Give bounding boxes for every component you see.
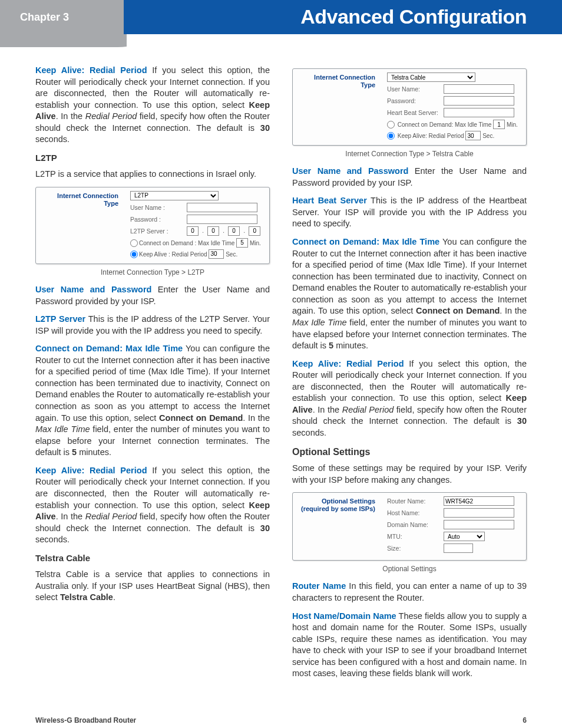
header-curve xyxy=(0,34,127,52)
footer-product: Wireless-G Broadband Router xyxy=(35,716,136,725)
shot-left-label: Optional Settings (required by some ISPs… xyxy=(293,493,381,560)
para-cod-1: Connect on Demand: Max Idle Time You can… xyxy=(35,343,270,459)
para-optional-intro: Some of these settings may be required b… xyxy=(292,463,527,486)
password-input[interactable] xyxy=(187,215,257,224)
screenshot-telstra: Internet Connection Type Telstra Cable U… xyxy=(292,68,527,146)
cod-input[interactable] xyxy=(236,238,248,248)
host-name-input[interactable] xyxy=(444,508,514,518)
caption-telstra: Internet Connection Type > Telstra Cable xyxy=(292,149,527,159)
page-footer: Wireless-G Broadband Router 6 xyxy=(0,704,562,728)
caption-l2tp: Internet Connection Type > L2TP xyxy=(35,268,270,277)
ka-radio[interactable] xyxy=(130,251,138,258)
mtu-select[interactable]: Auto xyxy=(444,532,485,541)
ka-radio[interactable] xyxy=(387,132,395,140)
cod-radio[interactable] xyxy=(130,239,138,247)
para-keep-alive-3: Keep Alive: Redial Period If you select … xyxy=(292,358,527,439)
conn-type-select[interactable]: Telstra Cable xyxy=(387,73,475,82)
ka-input[interactable] xyxy=(209,249,224,259)
lead: Keep Alive: Redial Period xyxy=(35,65,147,75)
caption-optional: Optional Settings xyxy=(292,564,527,574)
chapter-label: Chapter 3 xyxy=(20,10,69,24)
para-keep-alive-2: Keep Alive: Redial Period If you select … xyxy=(35,465,270,546)
shot-left-label: Internet Connection Type xyxy=(293,69,381,145)
ip-octet-3[interactable] xyxy=(228,226,240,236)
para-hbs: Heart Beat Server This is the IP address… xyxy=(292,195,527,230)
heading-optional: Optional Settings xyxy=(292,446,527,459)
heading-l2tp: L2TP xyxy=(35,152,270,164)
heading-telstra: Telstra Cable xyxy=(35,552,270,564)
hbs-input[interactable] xyxy=(444,108,514,117)
para-telstra-intro: Telstra Cable is a service that applies … xyxy=(35,569,270,604)
router-name-input[interactable] xyxy=(444,496,514,506)
para-userpass-2: User Name and Password Enter the User Na… xyxy=(292,166,527,189)
page-header: Chapter 3 Advanced Configuration xyxy=(0,0,562,34)
size-input[interactable] xyxy=(444,543,473,553)
left-column: Keep Alive: Redial Period If you select … xyxy=(35,65,270,686)
para-cod-2: Connect on Demand: Max Idle Time You can… xyxy=(292,236,527,352)
para-keep-alive-1: Keep Alive: Redial Period If you select … xyxy=(35,65,270,146)
ip-octet-4[interactable] xyxy=(249,226,260,236)
para-host-domain: Host Name/Domain Name These fields allow… xyxy=(292,611,527,680)
password-input[interactable] xyxy=(444,96,514,106)
para-l2tp-intro: L2TP is a service that applies to connec… xyxy=(35,169,270,180)
screenshot-optional: Optional Settings (required by some ISPs… xyxy=(292,492,527,561)
cod-radio[interactable] xyxy=(387,121,395,129)
page-title: Advanced Configuration xyxy=(300,4,527,31)
footer-page: 6 xyxy=(523,716,527,725)
ip-octet-1[interactable] xyxy=(187,226,199,236)
para-router-name: Router Name In this field, you can enter… xyxy=(292,581,527,604)
domain-name-input[interactable] xyxy=(444,520,514,529)
user-name-input[interactable] xyxy=(444,84,514,94)
ka-input[interactable] xyxy=(465,131,481,140)
screenshot-l2tp: Internet Connection Type L2TP User Name … xyxy=(35,187,270,264)
shot-left-label: Internet Connection Type xyxy=(36,187,124,263)
para-userpass-1: User Name and Password Enter the User Na… xyxy=(35,284,270,307)
user-name-input[interactable] xyxy=(187,203,257,212)
ip-octet-2[interactable] xyxy=(207,226,219,236)
content-area: Keep Alive: Redial Period If you select … xyxy=(0,34,562,704)
right-column: Internet Connection Type Telstra Cable U… xyxy=(292,65,527,686)
cod-input[interactable] xyxy=(493,120,505,129)
para-l2tp-server: L2TP Server This is the IP address of th… xyxy=(35,314,270,337)
conn-type-select[interactable]: L2TP xyxy=(130,191,219,200)
